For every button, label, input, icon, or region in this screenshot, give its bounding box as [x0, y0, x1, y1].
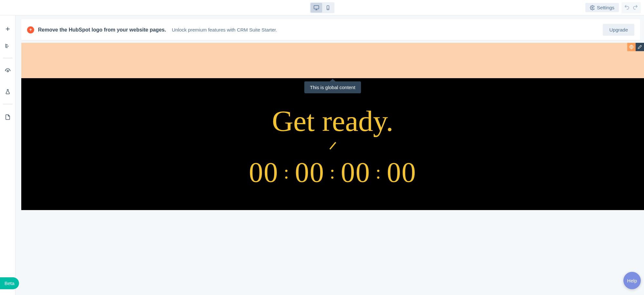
undo-icon [624, 4, 630, 10]
hero-divider [329, 142, 336, 150]
gauge-icon [5, 68, 11, 74]
file-icon [5, 114, 11, 120]
contents-tree-button[interactable] [0, 38, 15, 53]
settings-label: Settings [597, 5, 614, 10]
beta-badge[interactable]: Beta [0, 277, 19, 289]
global-header-module[interactable] [21, 43, 644, 78]
countdown-days: 00 [249, 156, 278, 189]
countdown-sep: : [374, 161, 383, 183]
countdown-sep: : [282, 161, 291, 183]
hero-title: Get ready. [272, 104, 393, 138]
hero-section[interactable]: Get ready. 00 : 00 : 00 : 00 [21, 78, 644, 210]
pencil-icon [638, 45, 642, 49]
global-content-indicator[interactable] [627, 43, 636, 51]
add-module-button[interactable] [0, 21, 15, 37]
left-rail [0, 15, 15, 295]
upgrade-button[interactable]: Upgrade [603, 24, 634, 36]
desktop-view-button[interactable] [311, 3, 322, 13]
upgrade-arrow-icon [27, 26, 34, 33]
countdown-minutes: 00 [341, 156, 370, 189]
redo-button[interactable] [632, 4, 639, 12]
banner-sub-text: Unlock premium features with CRM Suite S… [172, 27, 277, 32]
banner-strong-text: Remove the HubSpot logo from your websit… [38, 27, 166, 33]
test-button[interactable] [0, 84, 15, 99]
svg-point-5 [592, 7, 593, 8]
plus-icon [5, 26, 11, 32]
page-preview: This is global content Get ready. 00 : 0… [21, 43, 644, 210]
flask-icon [5, 89, 11, 95]
help-button[interactable]: Help [623, 272, 641, 289]
settings-button[interactable]: Settings [585, 3, 619, 12]
canvas-area: Remove the HubSpot logo from your websit… [15, 15, 644, 295]
upgrade-banner: Remove the HubSpot logo from your websit… [21, 19, 640, 40]
undo-redo-group [621, 2, 641, 13]
edit-module-button[interactable] [636, 43, 644, 51]
device-toggle [310, 2, 334, 13]
countdown: 00 : 00 : 00 : 00 [249, 156, 416, 189]
top-toolbar: Settings [0, 0, 644, 15]
redo-icon [632, 4, 638, 10]
tree-icon [5, 43, 11, 49]
countdown-hours: 00 [295, 156, 324, 189]
tooltip-text: This is global content [310, 85, 355, 90]
globe-icon [629, 45, 634, 49]
mobile-icon [325, 5, 331, 10]
file-button[interactable] [0, 109, 15, 125]
optimize-button[interactable] [0, 63, 15, 79]
gear-icon [590, 5, 595, 10]
global-content-tooltip: This is global content [304, 81, 361, 93]
undo-button[interactable] [623, 4, 630, 12]
mobile-view-button[interactable] [322, 3, 334, 13]
countdown-seconds: 00 [387, 156, 417, 189]
desktop-icon [313, 5, 319, 11]
rail-divider [3, 58, 12, 58]
countdown-sep: : [328, 161, 337, 183]
rail-divider-2 [3, 104, 12, 104]
svg-point-4 [328, 9, 328, 9]
svg-rect-0 [314, 5, 319, 9]
